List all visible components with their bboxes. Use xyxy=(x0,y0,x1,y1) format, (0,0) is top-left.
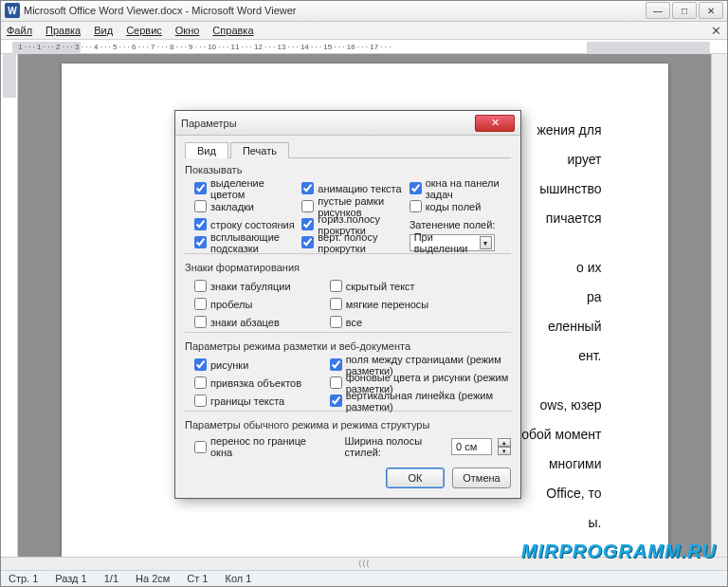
chk-animate-text[interactable]: анимацию текста xyxy=(301,180,403,196)
menu-file[interactable]: Файл xyxy=(7,25,32,36)
chk-status-bar[interactable]: строку состояния xyxy=(194,216,296,232)
chk-text-boundaries[interactable]: границы текста xyxy=(194,393,324,409)
status-at: На 2см xyxy=(136,573,170,584)
status-section: Разд 1 xyxy=(55,573,86,584)
vertical-scrollbar[interactable] xyxy=(711,54,727,557)
chk-wrap-window[interactable]: перенос по границе окна xyxy=(194,439,316,455)
dialog-tabs: Вид Печать xyxy=(185,141,511,158)
window-title: Microsoft Office Word Viewer.docx - Micr… xyxy=(24,5,646,16)
cancel-button[interactable]: Отмена xyxy=(452,468,511,488)
maximize-button[interactable]: □ xyxy=(672,2,697,19)
chk-field-codes[interactable]: коды полей xyxy=(410,198,511,214)
tab-view[interactable]: Вид xyxy=(185,142,228,158)
menu-edit[interactable]: Правка xyxy=(46,25,81,36)
status-pages: 1/1 xyxy=(104,573,118,584)
status-page: Стр. 1 xyxy=(9,573,38,584)
titlebar: W Microsoft Office Word Viewer.docx - Mi… xyxy=(1,1,727,22)
minimize-button[interactable]: — xyxy=(646,2,670,19)
menu-service[interactable]: Сервис xyxy=(126,25,162,36)
chk-paragraph-marks[interactable]: знаки абзацев xyxy=(194,314,324,330)
chk-spaces[interactable]: пробелы xyxy=(194,296,324,312)
close-button[interactable]: ✕ xyxy=(699,2,723,19)
menu-window[interactable]: Окно xyxy=(175,25,200,36)
group-normal-outline: Параметры обычного режима и режима струк… xyxy=(185,419,511,458)
chk-bookmarks[interactable]: закладки xyxy=(194,198,296,214)
spin-down-icon[interactable]: ▾ xyxy=(498,447,511,455)
status-line: Ст 1 xyxy=(187,573,208,584)
chk-vscroll[interactable]: верт. полосу прокрутки xyxy=(301,234,403,250)
chk-taskbar-windows[interactable]: окна на панели задач xyxy=(410,180,511,196)
field-shading-row: Затенение полей: xyxy=(410,216,511,232)
chevron-down-icon: ▾ xyxy=(480,236,491,249)
chk-empty-pic-frames[interactable]: пустые рамки рисунков xyxy=(301,198,403,214)
dialog-close-button[interactable]: ✕ xyxy=(475,115,515,132)
chk-drawings[interactable]: рисунки xyxy=(194,357,324,373)
group-show: Показывать выделение цветом анимацию тек… xyxy=(185,164,511,254)
close-document-button[interactable]: ✕ xyxy=(711,24,721,38)
app-icon: W xyxy=(5,3,20,18)
status-col: Кол 1 xyxy=(225,573,251,584)
chk-page-margins[interactable]: поля между страницами (режим разметки) xyxy=(330,357,511,373)
spin-up-icon[interactable]: ▴ xyxy=(498,438,511,447)
ok-button[interactable]: ОК xyxy=(386,468,445,488)
tab-print[interactable]: Печать xyxy=(230,142,289,158)
chk-hscroll[interactable]: гориз.полосу прокрутки xyxy=(301,216,403,232)
chk-all-marks[interactable]: все xyxy=(330,314,511,330)
group-layout-web: Параметры режима разметки и веб-документ… xyxy=(185,340,511,412)
vertical-ruler[interactable] xyxy=(1,54,18,557)
field-shading-select[interactable]: При выделении▾ xyxy=(410,234,495,251)
menu-help[interactable]: Справка xyxy=(212,25,253,36)
chk-hidden-text[interactable]: скрытый текст xyxy=(330,278,511,294)
style-width-input[interactable]: 0 см xyxy=(451,438,492,455)
menubar: Файл Правка Вид Сервис Окно Справка ✕ xyxy=(1,22,727,40)
menu-view[interactable]: Вид xyxy=(94,25,113,36)
chk-tabs[interactable]: знаки табуляции xyxy=(194,278,324,294)
dialog-titlebar[interactable]: Параметры ✕ xyxy=(175,111,520,136)
style-width-spinner: Ширина полосы стилей: 0 см ▴▾ xyxy=(344,435,511,458)
chk-highlight[interactable]: выделение цветом xyxy=(194,180,296,196)
statusbar: Стр. 1 Разд 1 1/1 На 2см Ст 1 Кол 1 xyxy=(1,570,727,586)
chk-vertical-ruler[interactable]: вертикальная линейка (режим разметки) xyxy=(330,393,511,409)
chk-object-anchors[interactable]: привязка объектов xyxy=(194,375,324,391)
dialog-title: Параметры xyxy=(181,118,475,129)
chk-soft-hyphens[interactable]: мягкие переносы xyxy=(330,296,511,312)
options-dialog: Параметры ✕ Вид Печать Показывать выделе… xyxy=(174,110,521,499)
horizontal-ruler[interactable]: 1 · · · 1 · · · 2 · · · 3 · · · 4 · · · … xyxy=(1,40,727,54)
horizontal-scrollbar[interactable]: ⟨⟨⟨ xyxy=(1,557,727,570)
group-formatting-marks: Знаки форматирования знаки табуляции скр… xyxy=(185,262,511,333)
chk-tooltips[interactable]: всплывающие подсказки xyxy=(194,234,296,250)
chk-bg-colors[interactable]: фоновые цвета и рисунки (режим разметки) xyxy=(330,375,511,391)
